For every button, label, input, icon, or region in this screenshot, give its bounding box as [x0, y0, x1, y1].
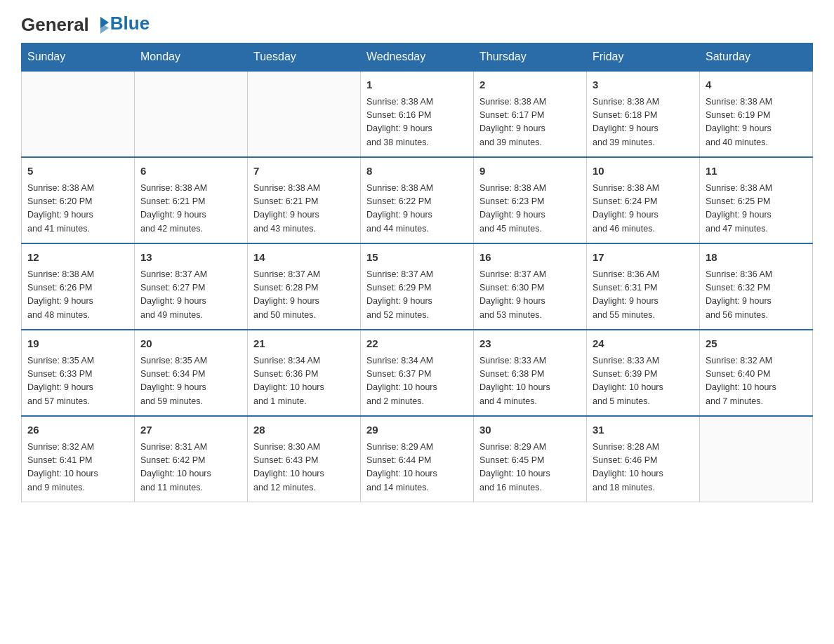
day-number: 6 [140, 163, 241, 180]
calendar-day-header-monday: Monday [135, 43, 248, 72]
day-info: Sunrise: 8:38 AM Sunset: 6:21 PM Dayligh… [253, 182, 355, 236]
day-info: Sunrise: 8:36 AM Sunset: 6:32 PM Dayligh… [706, 268, 807, 323]
day-info: Sunrise: 8:38 AM Sunset: 6:26 PM Dayligh… [27, 268, 128, 323]
day-number: 11 [706, 163, 807, 180]
calendar-cell: 6Sunrise: 8:38 AM Sunset: 6:21 PM Daylig… [135, 157, 248, 243]
day-info: Sunrise: 8:38 AM Sunset: 6:17 PM Dayligh… [479, 95, 581, 150]
day-info: Sunrise: 8:38 AM Sunset: 6:22 PM Dayligh… [366, 182, 468, 236]
day-number: 29 [366, 422, 468, 438]
day-number: 12 [27, 250, 128, 266]
calendar-cell: 1Sunrise: 8:38 AM Sunset: 6:16 PM Daylig… [361, 71, 474, 157]
day-info: Sunrise: 8:31 AM Sunset: 6:42 PM Dayligh… [140, 441, 241, 495]
day-info: Sunrise: 8:34 AM Sunset: 6:37 PM Dayligh… [366, 354, 468, 409]
day-number: 10 [593, 163, 694, 180]
day-info: Sunrise: 8:33 AM Sunset: 6:39 PM Dayligh… [593, 354, 694, 409]
calendar-cell [22, 71, 135, 157]
day-info: Sunrise: 8:37 AM Sunset: 6:27 PM Dayligh… [140, 268, 241, 323]
calendar-cell: 14Sunrise: 8:37 AM Sunset: 6:28 PM Dayli… [248, 243, 361, 330]
day-info: Sunrise: 8:34 AM Sunset: 6:36 PM Dayligh… [253, 354, 355, 409]
day-number: 22 [366, 336, 468, 352]
page-header: General Blue [21, 14, 813, 36]
calendar-week-row: 5Sunrise: 8:38 AM Sunset: 6:20 PM Daylig… [22, 157, 813, 243]
calendar-cell: 24Sunrise: 8:33 AM Sunset: 6:39 PM Dayli… [587, 330, 700, 416]
day-number: 28 [253, 422, 355, 438]
day-number: 18 [706, 250, 807, 266]
calendar-cell: 31Sunrise: 8:28 AM Sunset: 6:46 PM Dayli… [587, 416, 700, 502]
day-number: 4 [706, 77, 807, 93]
day-info: Sunrise: 8:37 AM Sunset: 6:30 PM Dayligh… [479, 268, 581, 323]
day-number: 30 [479, 422, 581, 438]
day-number: 17 [593, 250, 694, 266]
calendar-cell: 29Sunrise: 8:29 AM Sunset: 6:44 PM Dayli… [361, 416, 474, 502]
logo-general: General [21, 14, 89, 36]
logo-flag-icon [91, 15, 110, 35]
calendar-cell: 30Sunrise: 8:29 AM Sunset: 6:45 PM Dayli… [474, 416, 587, 502]
calendar-cell: 2Sunrise: 8:38 AM Sunset: 6:17 PM Daylig… [474, 71, 587, 157]
calendar-cell: 22Sunrise: 8:34 AM Sunset: 6:37 PM Dayli… [361, 330, 474, 416]
day-info: Sunrise: 8:32 AM Sunset: 6:41 PM Dayligh… [27, 441, 128, 495]
calendar-cell: 28Sunrise: 8:30 AM Sunset: 6:43 PM Dayli… [248, 416, 361, 502]
calendar-week-row: 12Sunrise: 8:38 AM Sunset: 6:26 PM Dayli… [22, 243, 813, 330]
calendar-cell: 17Sunrise: 8:36 AM Sunset: 6:31 PM Dayli… [587, 243, 700, 330]
day-info: Sunrise: 8:37 AM Sunset: 6:28 PM Dayligh… [253, 268, 355, 323]
calendar-cell: 27Sunrise: 8:31 AM Sunset: 6:42 PM Dayli… [135, 416, 248, 502]
calendar-cell: 11Sunrise: 8:38 AM Sunset: 6:25 PM Dayli… [700, 157, 813, 243]
day-info: Sunrise: 8:33 AM Sunset: 6:38 PM Dayligh… [479, 354, 581, 409]
calendar-header-row: SundayMondayTuesdayWednesdayThursdayFrid… [22, 43, 813, 72]
day-info: Sunrise: 8:35 AM Sunset: 6:33 PM Dayligh… [27, 354, 128, 409]
day-number: 25 [706, 336, 807, 352]
day-info: Sunrise: 8:38 AM Sunset: 6:24 PM Dayligh… [593, 182, 694, 236]
day-number: 2 [479, 77, 581, 93]
day-number: 16 [479, 250, 581, 266]
day-number: 3 [593, 77, 694, 93]
day-info: Sunrise: 8:37 AM Sunset: 6:29 PM Dayligh… [366, 268, 468, 323]
day-info: Sunrise: 8:38 AM Sunset: 6:18 PM Dayligh… [593, 95, 694, 150]
day-number: 14 [253, 250, 355, 266]
logo-blue: Blue [110, 13, 150, 34]
calendar-cell: 4Sunrise: 8:38 AM Sunset: 6:19 PM Daylig… [700, 71, 813, 157]
day-number: 9 [479, 163, 581, 180]
day-number: 27 [140, 422, 241, 438]
day-number: 31 [593, 422, 694, 438]
day-info: Sunrise: 8:38 AM Sunset: 6:25 PM Dayligh… [706, 182, 807, 236]
calendar-cell: 26Sunrise: 8:32 AM Sunset: 6:41 PM Dayli… [22, 416, 135, 502]
logo: General Blue [21, 14, 150, 36]
day-number: 8 [366, 163, 468, 180]
day-info: Sunrise: 8:38 AM Sunset: 6:21 PM Dayligh… [140, 182, 241, 236]
calendar-day-header-thursday: Thursday [474, 43, 587, 72]
calendar-cell: 16Sunrise: 8:37 AM Sunset: 6:30 PM Dayli… [474, 243, 587, 330]
calendar-cell: 9Sunrise: 8:38 AM Sunset: 6:23 PM Daylig… [474, 157, 587, 243]
day-number: 24 [593, 336, 694, 352]
calendar-cell: 13Sunrise: 8:37 AM Sunset: 6:27 PM Dayli… [135, 243, 248, 330]
calendar-cell: 3Sunrise: 8:38 AM Sunset: 6:18 PM Daylig… [587, 71, 700, 157]
calendar-cell: 12Sunrise: 8:38 AM Sunset: 6:26 PM Dayli… [22, 243, 135, 330]
day-number: 19 [27, 336, 128, 352]
calendar-cell: 25Sunrise: 8:32 AM Sunset: 6:40 PM Dayli… [700, 330, 813, 416]
calendar-week-row: 1Sunrise: 8:38 AM Sunset: 6:16 PM Daylig… [22, 71, 813, 157]
day-info: Sunrise: 8:30 AM Sunset: 6:43 PM Dayligh… [253, 441, 355, 495]
calendar-day-header-wednesday: Wednesday [361, 43, 474, 72]
calendar-cell: 19Sunrise: 8:35 AM Sunset: 6:33 PM Dayli… [22, 330, 135, 416]
day-info: Sunrise: 8:35 AM Sunset: 6:34 PM Dayligh… [140, 354, 241, 409]
calendar-cell: 10Sunrise: 8:38 AM Sunset: 6:24 PM Dayli… [587, 157, 700, 243]
calendar-cell [135, 71, 248, 157]
calendar-cell: 15Sunrise: 8:37 AM Sunset: 6:29 PM Dayli… [361, 243, 474, 330]
day-number: 23 [479, 336, 581, 352]
calendar-cell: 18Sunrise: 8:36 AM Sunset: 6:32 PM Dayli… [700, 243, 813, 330]
day-number: 13 [140, 250, 241, 266]
day-info: Sunrise: 8:38 AM Sunset: 6:19 PM Dayligh… [706, 95, 807, 150]
day-info: Sunrise: 8:38 AM Sunset: 6:16 PM Dayligh… [366, 95, 468, 150]
calendar-week-row: 19Sunrise: 8:35 AM Sunset: 6:33 PM Dayli… [22, 330, 813, 416]
day-number: 5 [27, 163, 128, 180]
calendar-day-header-saturday: Saturday [700, 43, 813, 72]
day-number: 1 [366, 77, 468, 93]
day-info: Sunrise: 8:29 AM Sunset: 6:44 PM Dayligh… [366, 441, 468, 495]
day-number: 26 [27, 422, 128, 438]
calendar-cell [248, 71, 361, 157]
calendar-table: SundayMondayTuesdayWednesdayThursdayFrid… [21, 43, 813, 502]
calendar-cell: 21Sunrise: 8:34 AM Sunset: 6:36 PM Dayli… [248, 330, 361, 416]
calendar-day-header-tuesday: Tuesday [248, 43, 361, 72]
day-info: Sunrise: 8:28 AM Sunset: 6:46 PM Dayligh… [593, 441, 694, 495]
day-number: 15 [366, 250, 468, 266]
calendar-cell: 7Sunrise: 8:38 AM Sunset: 6:21 PM Daylig… [248, 157, 361, 243]
